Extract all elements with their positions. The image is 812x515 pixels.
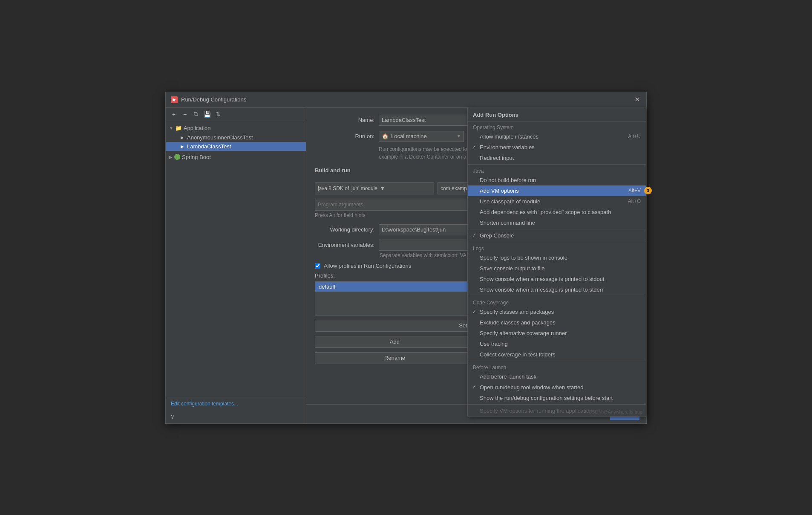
close-button[interactable]: ✕ [633,95,641,104]
use-tracing-item[interactable]: Use tracing [468,339,646,349]
show-console-stderr-label: Show console when a message is printed t… [480,286,604,293]
allow-profiles-label: Allow profiles in Run Configurations [324,263,411,269]
dialog-icon: ▶ [171,96,178,103]
rename-profile-button[interactable]: Rename [315,352,475,364]
expand-arrow-spring: ▶ [169,155,173,159]
allow-multiple-instances-label: Allow multiple instances [480,133,538,140]
add-config-button[interactable]: + [169,110,179,119]
do-not-build-item[interactable]: Do not build before run [468,175,646,185]
code-coverage-section-label: Code Coverage [468,297,646,307]
add-dependencies-label: Add dependencies with "provided" scope t… [480,209,611,215]
collect-coverage-item[interactable]: Collect coverage in test folders [468,349,646,360]
open-run-debug-item[interactable]: ✓ Open run/debug tool window when starte… [468,382,646,393]
divider-5 [468,361,646,361]
add-vm-shortcut: Alt+V [628,188,641,194]
sdk-label: java 8 SDK of 'jun' module [318,185,377,191]
use-classpath-shortcut: Alt+O [628,198,641,204]
grep-console-item[interactable]: ✓ Grep Console [468,230,646,241]
env-variables-label: Environment variables [480,144,535,150]
divider-6 [468,404,646,405]
shorten-command-item[interactable]: Shorten command line [468,217,646,228]
add-vm-options-item[interactable]: Add VM options Alt+V 3 [468,185,646,196]
spring-boot-icon [174,154,180,160]
open-run-debug-check: ✓ [472,384,476,390]
application-label: Application [184,125,211,131]
left-panel: + − ⧉ 💾 ⇅ ▼ 📁 Application ▶ AnonymousInn [166,108,306,423]
show-settings-item[interactable]: Show the run/debug configuration setting… [468,393,646,403]
add-before-launch-item[interactable]: Add before launch task [468,371,646,382]
specify-classes-label: Specify classes and packages [480,309,554,315]
watermark: CSDN @Anywhere.is.bug [588,409,642,414]
save-config-button[interactable]: 💾 [202,110,212,119]
open-run-debug-label: Open run/debug tool window when started [480,384,584,391]
divider-2 [468,229,646,229]
redirect-input-item[interactable]: Redirect input [468,153,646,163]
dropdown-header: Add Run Options [468,108,646,122]
spring-boot-group-header[interactable]: ▶ Spring Boot [166,153,306,162]
dialog-title: Run/Debug Configurations [181,96,246,103]
folder-icon: 📁 [175,125,182,132]
specify-logs-item[interactable]: Specify logs to be shown in console [468,252,646,263]
redirect-input-label: Redirect input [480,155,514,161]
before-launch-section-label: Before Launch [468,362,646,371]
use-tracing-label: Use tracing [480,341,508,347]
anonymous-inner-class-label: AnonymousInnerClassTest [187,134,253,141]
environment-variables-item[interactable]: ✓ Environment variables [468,142,646,153]
grep-check: ✓ [472,232,476,238]
java-section-label: Java [468,165,646,175]
lambda-class-label: LambdaClassTest [187,143,231,150]
help-button[interactable]: ? [166,410,306,423]
application-group: ▼ 📁 Application ▶ AnonymousInnerClassTes… [166,123,306,152]
copy-config-button[interactable]: ⧉ [191,110,201,119]
modify-options-dropdown: Add Run Options Operating System Allow m… [467,108,646,417]
name-label: Name: [315,117,374,123]
use-classpath-item[interactable]: Use classpath of module Alt+O [468,196,646,207]
show-console-stdout-item[interactable]: Show console when a message is printed t… [468,274,646,284]
show-console-stderr-item[interactable]: Show console when a message is printed t… [468,284,646,295]
right-panel: Name: LambdaClassTest Store as project f… [306,108,646,423]
run-on-dropdown[interactable]: 🏠 Local machine ▼ [379,131,464,142]
add-profile-button[interactable]: Add [315,336,475,348]
show-settings-label: Show the run/debug configuration setting… [480,395,613,401]
build-and-run-title: Build and run [315,167,351,174]
edit-templates-link[interactable]: Edit configuration templates... [166,397,306,410]
save-console-item[interactable]: Save console output to file [468,263,646,274]
exclude-classes-label: Exclude classes and packages [480,319,556,326]
run-on-label: Run on: [315,133,374,139]
allow-profiles-checkbox[interactable] [315,263,320,269]
show-console-stdout-label: Show console when a message is printed t… [480,276,605,282]
title-bar: ▶ Run/Debug Configurations ✕ [166,92,646,108]
exclude-classes-item[interactable]: Exclude classes and packages [468,317,646,328]
specify-classes-check: ✓ [472,309,476,315]
dialog-body: + − ⧉ 💾 ⇅ ▼ 📁 Application ▶ AnonymousInn [166,108,646,423]
divider-3 [468,242,646,242]
working-dir-label: Working directory: [315,226,374,233]
spring-boot-label: Spring Boot [182,154,211,160]
specify-classes-item[interactable]: ✓ Specify classes and packages [468,307,646,317]
allow-multiple-instances-item[interactable]: Allow multiple instances Alt+U [468,131,646,142]
logs-section-label: Logs [468,243,646,252]
dropdown-arrow: ▼ [457,134,461,139]
sdk-dropdown[interactable]: java 8 SDK of 'jun' module ▼ [315,182,434,194]
run-debug-dialog: ▶ Run/Debug Configurations ✕ + − ⧉ 💾 ⇅ ▼… [165,92,647,424]
allow-multiple-shortcut: Alt+U [628,133,641,139]
run-config-icon: ▶ [179,134,185,140]
specify-coverage-runner-item[interactable]: Specify alternative coverage runner [468,328,646,339]
toolbar: + − ⧉ 💾 ⇅ [166,108,306,121]
add-dependencies-item[interactable]: Add dependencies with "provided" scope t… [468,207,646,217]
config-tree: ▼ 📁 Application ▶ AnonymousInnerClassTes… [166,121,306,261]
divider-4 [468,296,646,296]
title-bar-left: ▶ Run/Debug Configurations [171,96,246,103]
expand-arrow: ▼ [169,126,173,130]
step-badge-3: 3 [644,187,652,194]
shorten-command-label: Shorten command line [480,220,535,226]
move-config-button[interactable]: ⇅ [213,110,223,119]
sdk-arrow: ▼ [380,185,385,191]
spring-boot-group: ▶ Spring Boot [166,152,306,162]
anonymous-inner-class-item[interactable]: ▶ AnonymousInnerClassTest [166,133,306,142]
specify-vm-options-label: Specify VM options for running the appli… [480,408,593,414]
remove-config-button[interactable]: − [180,110,190,119]
grep-console-label: Grep Console [480,232,514,239]
application-group-header[interactable]: ▼ 📁 Application [166,124,306,133]
lambda-class-item[interactable]: ▶ LambdaClassTest [166,142,306,151]
